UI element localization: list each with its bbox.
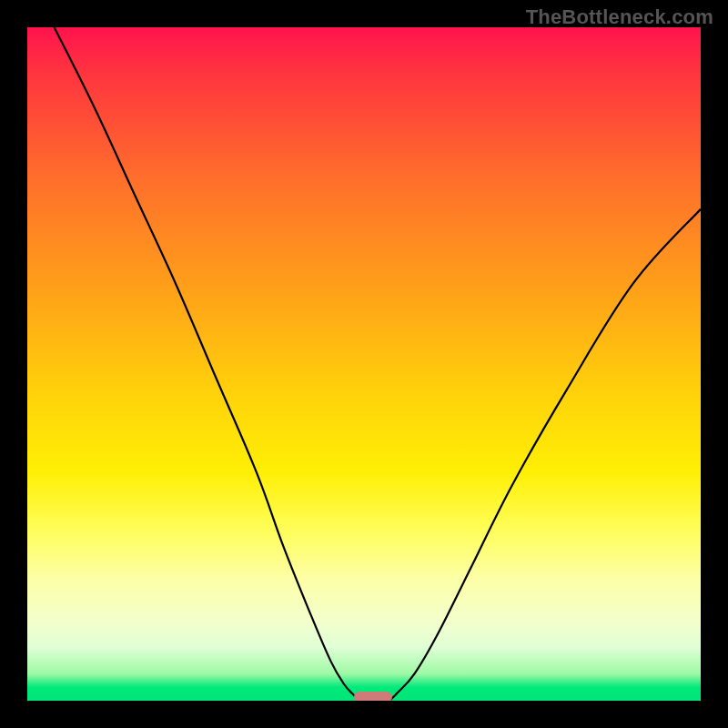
left-branch-curve <box>55 27 359 701</box>
chart-frame: TheBottleneck.com <box>0 0 728 728</box>
optimal-marker <box>354 692 392 701</box>
watermark-text: TheBottleneck.com <box>526 5 713 29</box>
curve-layer <box>27 27 701 701</box>
plot-area <box>27 27 701 701</box>
right-branch-curve <box>389 209 701 701</box>
